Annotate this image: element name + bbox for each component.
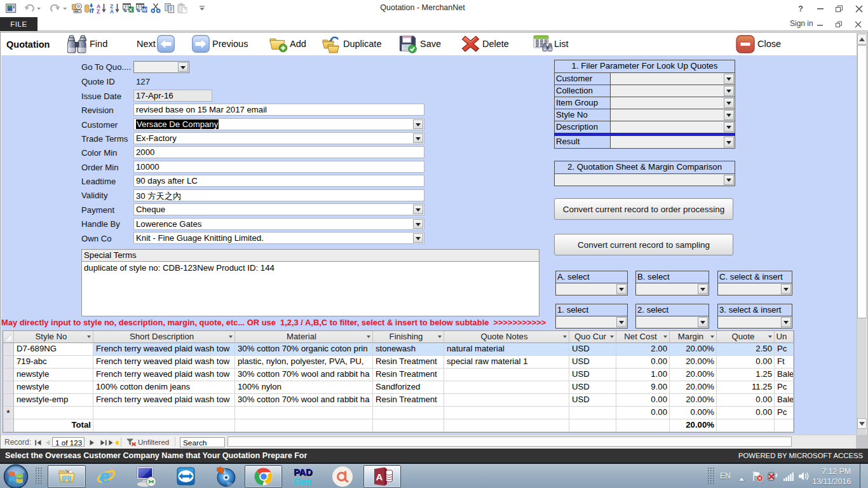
taskbar-pad-gen[interactable]: PADGen	[285, 465, 322, 488]
chevron-down-icon[interactable]	[616, 317, 627, 327]
column-filter-icon[interactable]	[229, 336, 233, 340]
column-filter-icon[interactable]	[438, 336, 442, 340]
add-button[interactable]: Add	[269, 32, 308, 55]
table-cell[interactable]: French terry weaved plaid wash tow	[93, 394, 235, 407]
filter-item-group-combo[interactable]	[611, 97, 735, 109]
column-header-un[interactable]: Un	[775, 331, 794, 343]
filter-description-combo[interactable]	[611, 121, 735, 133]
leadtime-field[interactable]: 90 days after LC	[133, 175, 424, 187]
column-filter-icon[interactable]	[367, 336, 370, 340]
chevron-down-icon[interactable]	[781, 317, 791, 327]
table-cell[interactable]: 2.50	[717, 343, 775, 356]
filter-state-label[interactable]: Unfiltered	[138, 438, 169, 446]
table-cell[interactable]: Resin Treatment	[373, 369, 444, 381]
table-cell[interactable]: natural material	[444, 343, 569, 356]
chevron-down-icon[interactable]	[724, 98, 734, 108]
row-selector[interactable]	[3, 394, 14, 407]
table-cell[interactable]: USD	[569, 381, 616, 394]
chevron-down-icon[interactable]	[724, 110, 734, 120]
column-header-style-no[interactable]: Style No	[14, 331, 93, 343]
filter-style-no-combo[interactable]	[611, 109, 735, 121]
previous-record-button[interactable]	[45, 439, 50, 448]
power-plug-icon[interactable]	[767, 471, 778, 484]
select-box-combo[interactable]	[556, 316, 627, 328]
delete-button[interactable]: Delete	[461, 32, 512, 55]
table-cell[interactable]: USD	[569, 343, 616, 356]
column-header-material[interactable]: Material	[235, 331, 373, 343]
taskbar-clock[interactable]: 7:12 PM 13/11/2016	[812, 466, 851, 487]
next-record-button[interactable]	[90, 439, 95, 448]
search-input[interactable]: Search	[180, 437, 225, 447]
table-cell[interactable]: 0.00	[616, 394, 670, 407]
table-cell[interactable]: newstyle-emp	[14, 394, 93, 407]
table-cell[interactable]: 0.00	[717, 394, 775, 407]
row-selector[interactable]	[3, 356, 14, 369]
table-cell[interactable]: French terry weaved plaid wash tow	[93, 356, 235, 369]
table-cell[interactable]	[14, 407, 93, 419]
table-cell[interactable]: Pc	[775, 407, 794, 419]
table-cell[interactable]: 20.00%	[670, 356, 717, 369]
chevron-down-icon[interactable]	[724, 175, 734, 185]
own-co-combo[interactable]: Knit - Fine Guage Knitting Limited.	[133, 232, 424, 244]
action-center-flag-icon[interactable]	[752, 471, 763, 484]
previous-button[interactable]: Previous	[192, 32, 250, 55]
go-to-quote-combo[interactable]	[133, 61, 189, 73]
duplicate-button[interactable]: Duplicate	[322, 32, 383, 55]
vertical-scrollbar-thumb[interactable]	[857, 45, 867, 318]
start-button[interactable]	[3, 464, 29, 488]
table-cell[interactable]: 30% cotton 70% organic coton prin	[235, 343, 373, 356]
table-cell[interactable]: 0.00	[717, 356, 775, 369]
chevron-down-icon[interactable]	[724, 122, 734, 132]
tray-grip-icon[interactable]	[707, 466, 715, 488]
table-cell[interactable]: 719-abc	[14, 356, 93, 369]
vertical-scrollbar[interactable]	[857, 33, 867, 435]
taskbar-internet-explorer[interactable]: e	[89, 465, 126, 488]
doc-close-button[interactable]	[851, 17, 865, 31]
color-min-field[interactable]: 2000	[133, 146, 424, 158]
taskbar-grip[interactable]	[34, 464, 44, 488]
table-cell[interactable]: Resin Treatment	[373, 356, 444, 369]
convert-to-order-button[interactable]: Convert current record to order processi…	[554, 198, 733, 220]
find-button[interactable]: Find	[67, 32, 110, 55]
table-cell[interactable]: 1.25	[717, 369, 775, 381]
table-cell[interactable]: Bale	[775, 394, 794, 407]
select-box-combo[interactable]	[636, 316, 709, 328]
chevron-down-icon[interactable]	[698, 317, 708, 327]
issue-date-field[interactable]: 17-Apr-16	[133, 90, 212, 102]
table-cell[interactable]: 0.00	[717, 407, 775, 419]
undo-icon[interactable]	[24, 2, 35, 15]
database-tools-icon[interactable]	[83, 2, 95, 15]
comparison-combo[interactable]	[555, 174, 735, 186]
table-cell[interactable]: 100% cotton denim jeans	[93, 381, 235, 394]
export-word-icon[interactable]: W	[136, 2, 147, 15]
table-cell[interactable]: French terry weaved plaid wash tow	[93, 369, 235, 381]
table-cell[interactable]: D7-689NG	[14, 343, 93, 356]
chevron-down-icon[interactable]	[413, 119, 423, 129]
column-filter-icon[interactable]	[663, 336, 667, 340]
redo-dropdown-icon[interactable]	[62, 2, 68, 15]
chevron-down-icon[interactable]	[724, 137, 734, 147]
column-header-short-description[interactable]: Short Description	[93, 331, 235, 343]
doc-minimize-button[interactable]	[814, 17, 827, 31]
table-cell[interactable]	[373, 407, 444, 419]
chevron-down-icon[interactable]	[698, 284, 708, 294]
backup-database-icon[interactable]	[71, 2, 82, 15]
payment-combo[interactable]: Cheque	[133, 203, 424, 215]
column-header-margin[interactable]: Margin	[670, 331, 717, 343]
table-cell[interactable]: 2.00	[616, 343, 670, 356]
sign-in-link[interactable]: Sign in	[790, 19, 813, 28]
next-button[interactable]: Next	[135, 32, 175, 55]
row-selector[interactable]	[3, 381, 14, 394]
filter-result-combo[interactable]	[611, 136, 735, 148]
select-box-combo[interactable]	[636, 283, 709, 295]
file-tab[interactable]: FILE	[0, 17, 37, 31]
row-selector[interactable]: *	[3, 407, 14, 419]
column-header-net-cost[interactable]: Net Cost	[616, 331, 670, 343]
table-cell[interactable]: USD	[569, 369, 616, 381]
table-cell[interactable]: newstyle	[14, 381, 93, 394]
table-cell[interactable]: Sandforized	[373, 381, 444, 394]
scroll-up-button[interactable]	[857, 34, 867, 44]
filter-collection-combo[interactable]	[611, 85, 735, 97]
column-filter-icon[interactable]	[563, 336, 567, 340]
chevron-down-icon[interactable]	[781, 284, 791, 294]
